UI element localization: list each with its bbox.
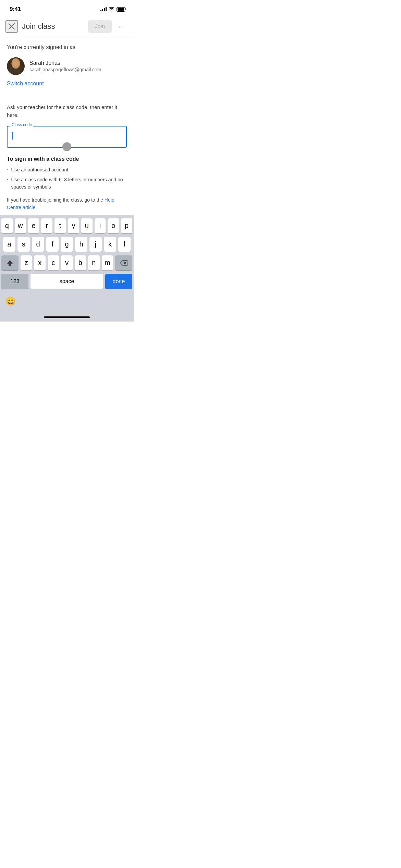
key-h[interactable]: h [75,237,87,252]
wifi-icon [109,7,114,12]
instruction-1: Use an authorised account [11,166,68,173]
instruction-2: Use a class code with 6–8 letters or num… [11,176,127,191]
user-name: Sarah Jonas [29,60,101,66]
user-email: sarahjonaspageflows@gmail.com [29,67,101,72]
keyboard-row-2: a s d f g h j k l [1,237,132,252]
keyboard-row-4: 123 space done [1,274,132,289]
keyboard-row-1: q w e r t y u i o p [1,218,132,233]
key-c[interactable]: c [48,255,59,270]
close-button[interactable] [5,20,18,33]
page-title: Join class [22,22,84,31]
done-key[interactable]: done [105,274,132,289]
backspace-key[interactable] [115,255,132,270]
key-a[interactable]: a [3,237,15,252]
key-o[interactable]: o [108,218,119,233]
key-i[interactable]: i [95,218,106,233]
key-z[interactable]: z [21,255,32,270]
key-v[interactable]: v [61,255,72,270]
key-m[interactable]: m [102,255,113,270]
key-y[interactable]: y [68,218,79,233]
class-code-label: Class code [10,122,33,127]
status-icons [100,7,126,12]
join-button[interactable]: Join [88,20,112,33]
key-f[interactable]: f [46,237,59,252]
emoji-button[interactable]: 😀 [5,297,16,306]
key-q[interactable]: q [1,218,13,233]
home-bar [44,316,90,318]
key-d[interactable]: d [32,237,44,252]
user-info: Sarah Jonas sarahjonaspageflows@gmail.co… [7,57,127,75]
key-t[interactable]: t [54,218,66,233]
svg-marker-2 [7,260,13,266]
key-l[interactable]: l [118,237,131,252]
signed-in-label: You're currently signed in as [7,44,127,50]
backspace-icon [120,260,127,266]
key-s[interactable]: s [17,237,30,252]
key-p[interactable]: p [121,218,132,233]
key-n[interactable]: n [88,255,99,270]
instructions-list: · Use an authorised account · Use a clas… [7,166,127,191]
text-cursor [12,132,13,140]
status-bar: 9:41 [0,0,134,17]
user-details: Sarah Jonas sarahjonaspageflows@gmail.co… [29,60,101,72]
battery-icon [117,7,126,12]
class-code-field-wrapper: Class code [7,126,127,148]
more-button[interactable]: ··· [116,20,128,33]
bullet-icon: · [7,166,8,173]
drag-handle [62,142,71,151]
num-key[interactable]: 123 [1,274,28,289]
key-w[interactable]: w [15,218,26,233]
switch-account-link[interactable]: Switch account [7,81,44,87]
key-e[interactable]: e [28,218,39,233]
key-u[interactable]: u [81,218,93,233]
nav-bar: Join class Join ··· [0,17,134,36]
class-code-prompt: Ask your teacher for the class code, the… [7,104,127,119]
help-text: If you have trouble joining the class, g… [7,196,127,212]
bullet-icon: · [7,176,8,183]
shift-key[interactable] [1,255,19,270]
space-key[interactable]: space [31,274,103,289]
status-time: 9:41 [10,6,21,13]
list-item: · Use an authorised account [7,166,127,173]
instructions-title: To sign in with a class code [7,156,127,162]
divider [7,95,127,95]
content-area: You're currently signed in as Sarah Jona… [0,36,134,212]
keyboard: q w e r t y u i o p a s d f g h j k l z … [0,215,134,294]
key-j[interactable]: j [89,237,102,252]
close-icon [9,23,15,29]
help-text-prefix: If you have trouble joining the class, g… [7,197,105,203]
keyboard-row-3: z x c v b n m [1,255,132,270]
key-x[interactable]: x [34,255,45,270]
key-k[interactable]: k [104,237,116,252]
key-r[interactable]: r [41,218,52,233]
avatar [7,57,25,75]
key-g[interactable]: g [61,237,73,252]
signal-icon [100,7,107,11]
emoji-bar: 😀 [0,294,134,314]
home-indicator [0,314,134,322]
key-b[interactable]: b [75,255,86,270]
shift-icon [7,260,13,266]
list-item: · Use a class code with 6–8 letters or n… [7,176,127,191]
